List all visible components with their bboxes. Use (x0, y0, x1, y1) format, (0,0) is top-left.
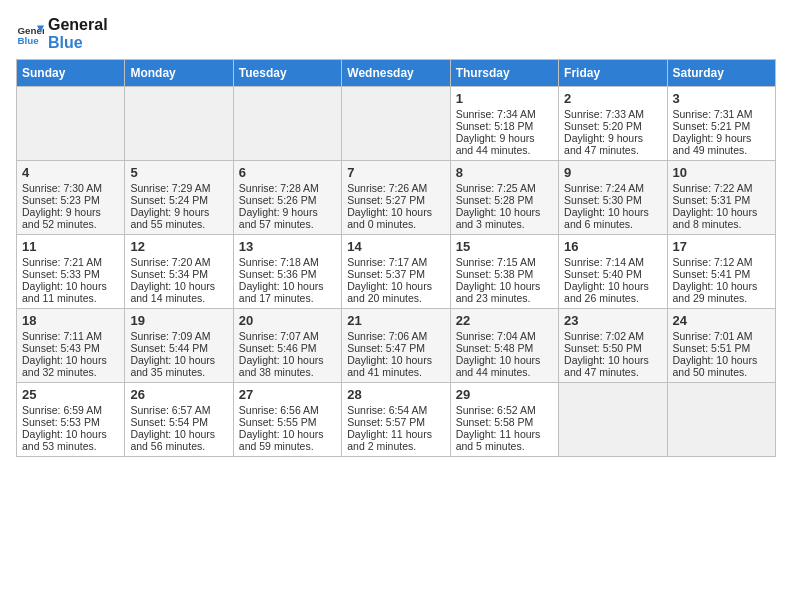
day-number: 23 (564, 313, 661, 328)
day-number: 26 (130, 387, 227, 402)
calendar-cell: 14Sunrise: 7:17 AMSunset: 5:37 PMDayligh… (342, 235, 450, 309)
calendar-cell: 28Sunrise: 6:54 AMSunset: 5:57 PMDayligh… (342, 383, 450, 457)
day-info: Sunrise: 6:52 AMSunset: 5:58 PMDaylight:… (456, 404, 541, 452)
day-number: 27 (239, 387, 336, 402)
calendar-week-2: 4Sunrise: 7:30 AMSunset: 5:23 PMDaylight… (17, 161, 776, 235)
calendar-cell: 3Sunrise: 7:31 AMSunset: 5:21 PMDaylight… (667, 87, 775, 161)
day-info: Sunrise: 7:14 AMSunset: 5:40 PMDaylight:… (564, 256, 649, 304)
calendar-cell: 8Sunrise: 7:25 AMSunset: 5:28 PMDaylight… (450, 161, 558, 235)
day-info: Sunrise: 7:21 AMSunset: 5:33 PMDaylight:… (22, 256, 107, 304)
day-info: Sunrise: 7:26 AMSunset: 5:27 PMDaylight:… (347, 182, 432, 230)
day-info: Sunrise: 7:24 AMSunset: 5:30 PMDaylight:… (564, 182, 649, 230)
day-number: 3 (673, 91, 770, 106)
calendar-cell: 2Sunrise: 7:33 AMSunset: 5:20 PMDaylight… (559, 87, 667, 161)
header: General Blue GeneralBlue (16, 16, 776, 51)
day-info: Sunrise: 7:15 AMSunset: 5:38 PMDaylight:… (456, 256, 541, 304)
day-info: Sunrise: 7:33 AMSunset: 5:20 PMDaylight:… (564, 108, 644, 156)
day-info: Sunrise: 7:06 AMSunset: 5:47 PMDaylight:… (347, 330, 432, 378)
day-number: 10 (673, 165, 770, 180)
calendar-cell: 1Sunrise: 7:34 AMSunset: 5:18 PMDaylight… (450, 87, 558, 161)
day-info: Sunrise: 6:54 AMSunset: 5:57 PMDaylight:… (347, 404, 432, 452)
day-number: 24 (673, 313, 770, 328)
day-number: 19 (130, 313, 227, 328)
day-number: 17 (673, 239, 770, 254)
calendar-cell: 7Sunrise: 7:26 AMSunset: 5:27 PMDaylight… (342, 161, 450, 235)
calendar-cell: 17Sunrise: 7:12 AMSunset: 5:41 PMDayligh… (667, 235, 775, 309)
logo-icon: General Blue (16, 20, 44, 48)
calendar-header-row: SundayMondayTuesdayWednesdayThursdayFrid… (17, 60, 776, 87)
day-info: Sunrise: 7:34 AMSunset: 5:18 PMDaylight:… (456, 108, 536, 156)
column-header-wednesday: Wednesday (342, 60, 450, 87)
column-header-sunday: Sunday (17, 60, 125, 87)
calendar-cell: 23Sunrise: 7:02 AMSunset: 5:50 PMDayligh… (559, 309, 667, 383)
day-info: Sunrise: 7:02 AMSunset: 5:50 PMDaylight:… (564, 330, 649, 378)
day-number: 6 (239, 165, 336, 180)
day-number: 12 (130, 239, 227, 254)
day-number: 20 (239, 313, 336, 328)
day-number: 14 (347, 239, 444, 254)
day-number: 1 (456, 91, 553, 106)
day-info: Sunrise: 7:31 AMSunset: 5:21 PMDaylight:… (673, 108, 753, 156)
day-info: Sunrise: 7:20 AMSunset: 5:34 PMDaylight:… (130, 256, 215, 304)
day-number: 7 (347, 165, 444, 180)
calendar-cell: 13Sunrise: 7:18 AMSunset: 5:36 PMDayligh… (233, 235, 341, 309)
calendar-cell (667, 383, 775, 457)
day-number: 28 (347, 387, 444, 402)
day-info: Sunrise: 7:07 AMSunset: 5:46 PMDaylight:… (239, 330, 324, 378)
logo: General Blue GeneralBlue (16, 16, 108, 51)
day-info: Sunrise: 6:57 AMSunset: 5:54 PMDaylight:… (130, 404, 215, 452)
calendar-cell (342, 87, 450, 161)
day-number: 9 (564, 165, 661, 180)
calendar-week-1: 1Sunrise: 7:34 AMSunset: 5:18 PMDaylight… (17, 87, 776, 161)
day-number: 13 (239, 239, 336, 254)
day-info: Sunrise: 7:01 AMSunset: 5:51 PMDaylight:… (673, 330, 758, 378)
calendar-cell (125, 87, 233, 161)
day-number: 2 (564, 91, 661, 106)
column-header-monday: Monday (125, 60, 233, 87)
calendar-cell: 24Sunrise: 7:01 AMSunset: 5:51 PMDayligh… (667, 309, 775, 383)
calendar-cell (233, 87, 341, 161)
day-info: Sunrise: 7:29 AMSunset: 5:24 PMDaylight:… (130, 182, 210, 230)
column-header-thursday: Thursday (450, 60, 558, 87)
calendar-cell: 19Sunrise: 7:09 AMSunset: 5:44 PMDayligh… (125, 309, 233, 383)
day-number: 15 (456, 239, 553, 254)
calendar-week-3: 11Sunrise: 7:21 AMSunset: 5:33 PMDayligh… (17, 235, 776, 309)
day-info: Sunrise: 6:59 AMSunset: 5:53 PMDaylight:… (22, 404, 107, 452)
day-number: 5 (130, 165, 227, 180)
day-number: 11 (22, 239, 119, 254)
day-info: Sunrise: 7:12 AMSunset: 5:41 PMDaylight:… (673, 256, 758, 304)
day-number: 18 (22, 313, 119, 328)
calendar-cell: 12Sunrise: 7:20 AMSunset: 5:34 PMDayligh… (125, 235, 233, 309)
calendar-cell: 22Sunrise: 7:04 AMSunset: 5:48 PMDayligh… (450, 309, 558, 383)
day-number: 4 (22, 165, 119, 180)
calendar-table: SundayMondayTuesdayWednesdayThursdayFrid… (16, 59, 776, 457)
calendar-cell: 26Sunrise: 6:57 AMSunset: 5:54 PMDayligh… (125, 383, 233, 457)
day-number: 8 (456, 165, 553, 180)
day-number: 16 (564, 239, 661, 254)
calendar-cell: 6Sunrise: 7:28 AMSunset: 5:26 PMDaylight… (233, 161, 341, 235)
svg-text:Blue: Blue (17, 34, 39, 45)
calendar-cell (559, 383, 667, 457)
day-info: Sunrise: 7:22 AMSunset: 5:31 PMDaylight:… (673, 182, 758, 230)
day-info: Sunrise: 7:28 AMSunset: 5:26 PMDaylight:… (239, 182, 319, 230)
day-info: Sunrise: 7:18 AMSunset: 5:36 PMDaylight:… (239, 256, 324, 304)
day-info: Sunrise: 7:17 AMSunset: 5:37 PMDaylight:… (347, 256, 432, 304)
calendar-week-5: 25Sunrise: 6:59 AMSunset: 5:53 PMDayligh… (17, 383, 776, 457)
calendar-cell (17, 87, 125, 161)
day-info: Sunrise: 7:25 AMSunset: 5:28 PMDaylight:… (456, 182, 541, 230)
day-info: Sunrise: 7:11 AMSunset: 5:43 PMDaylight:… (22, 330, 107, 378)
calendar-cell: 15Sunrise: 7:15 AMSunset: 5:38 PMDayligh… (450, 235, 558, 309)
calendar-cell: 16Sunrise: 7:14 AMSunset: 5:40 PMDayligh… (559, 235, 667, 309)
column-header-tuesday: Tuesday (233, 60, 341, 87)
logo-text: GeneralBlue (48, 16, 108, 51)
calendar-cell: 20Sunrise: 7:07 AMSunset: 5:46 PMDayligh… (233, 309, 341, 383)
calendar-cell: 10Sunrise: 7:22 AMSunset: 5:31 PMDayligh… (667, 161, 775, 235)
day-number: 22 (456, 313, 553, 328)
calendar-cell: 4Sunrise: 7:30 AMSunset: 5:23 PMDaylight… (17, 161, 125, 235)
day-number: 29 (456, 387, 553, 402)
column-header-friday: Friday (559, 60, 667, 87)
calendar-cell: 5Sunrise: 7:29 AMSunset: 5:24 PMDaylight… (125, 161, 233, 235)
calendar-cell: 29Sunrise: 6:52 AMSunset: 5:58 PMDayligh… (450, 383, 558, 457)
day-number: 25 (22, 387, 119, 402)
day-info: Sunrise: 7:09 AMSunset: 5:44 PMDaylight:… (130, 330, 215, 378)
